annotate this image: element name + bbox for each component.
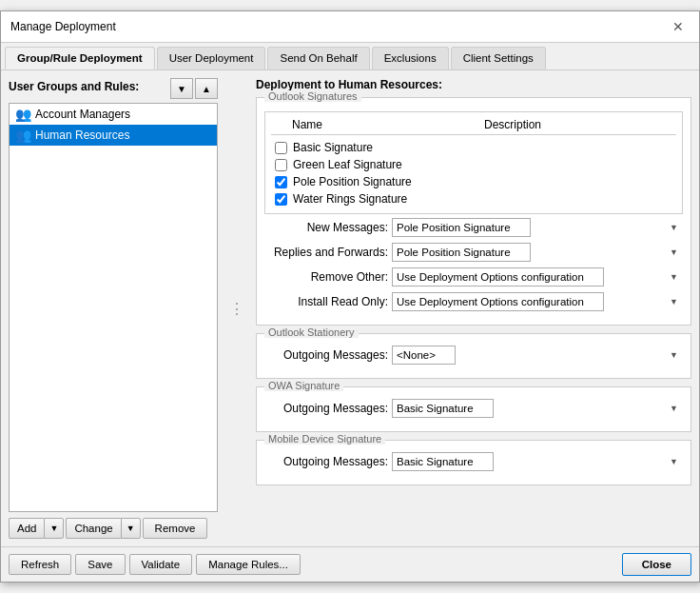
form-row-remove-other: Remove Other: Use Deployment Options con…	[264, 267, 683, 287]
footer-right-buttons: Close	[622, 553, 691, 576]
main-window: Manage Deployment ✕ Group/Rule Deploymen…	[0, 10, 700, 583]
change-button-split: Change ▼	[66, 518, 140, 539]
sig-checkbox-greenleaf[interactable]	[275, 159, 287, 171]
stationery-outgoing-select[interactable]: <None>	[392, 346, 456, 365]
group-item-account-managers[interactable]: 👥 Account Managers	[10, 104, 217, 125]
form-row-new-messages: New Messages: Pole Position Signature	[264, 218, 683, 237]
stationery-outgoing-wrapper: <None>	[392, 346, 683, 365]
replies-forwards-select-wrapper: Pole Position Signature	[392, 243, 683, 262]
form-row-mobile-outgoing: Outgoing Messages: Basic Signature	[264, 452, 683, 471]
outlook-stationery-content: Outgoing Messages: <None>	[257, 334, 690, 378]
new-messages-select-wrapper: Pole Position Signature	[392, 218, 683, 237]
sig-list-container: Name Description Basic Signature Green L…	[264, 111, 683, 214]
change-button[interactable]: Change	[66, 518, 120, 539]
sig-row-greenleaf[interactable]: Green Leaf Signature	[271, 156, 676, 173]
sig-name-basic: Basic Signature	[293, 141, 373, 154]
form-row-install-read-only: Install Read Only: Use Deployment Option…	[264, 292, 683, 311]
sig-name-waterrings: Water Rings Signature	[293, 192, 407, 206]
install-read-only-label: Install Read Only:	[264, 295, 388, 308]
change-arrow-button[interactable]: ▼	[121, 518, 141, 539]
people-icon-hr: 👥	[15, 128, 31, 143]
save-button[interactable]: Save	[75, 554, 125, 575]
sig-row-basic[interactable]: Basic Signature	[271, 139, 676, 156]
right-panel-title: Deployment to Human Resources:	[256, 78, 691, 91]
remove-other-select-wrapper: Use Deployment Options configuration	[392, 267, 683, 287]
mobile-device-signature-section: Mobile Device Signature Outgoing Message…	[256, 440, 691, 485]
outlook-stationery-legend: Outlook Stationery	[264, 326, 359, 338]
sig-col-desc: Description	[484, 118, 676, 131]
replies-forwards-label: Replies and Forwards:	[264, 246, 388, 259]
refresh-button[interactable]: Refresh	[9, 554, 71, 575]
remove-other-select[interactable]: Use Deployment Options configuration	[392, 267, 604, 287]
sig-checkbox-waterrings[interactable]	[275, 193, 287, 206]
owa-outgoing-label: Outgoing Messages:	[264, 402, 388, 415]
group-item-human-resources[interactable]: 👥 Human Resources	[10, 125, 217, 146]
drag-handle: ⋮	[225, 78, 248, 539]
form-row-owa-outgoing: Outgoing Messages: Basic Signature	[264, 399, 683, 418]
window-title: Manage Deployment	[10, 20, 116, 33]
remove-button[interactable]: Remove	[143, 518, 208, 539]
move-down-button[interactable]: ▼	[170, 78, 193, 99]
bottom-buttons: Add ▼ Change ▼ Remove	[9, 518, 218, 539]
sig-header: Name Description	[271, 118, 676, 135]
tab-send-on-behalf[interactable]: Send On Behalf	[267, 47, 369, 69]
sig-row-poleposition[interactable]: Pole Position Signature	[271, 173, 676, 190]
form-row-replies-forwards: Replies and Forwards: Pole Position Sign…	[264, 243, 683, 262]
sig-row-waterrings[interactable]: Water Rings Signature	[271, 190, 676, 208]
group-name-human-resources: Human Resources	[35, 128, 129, 142]
group-list: 👥 Account Managers 👥 Human Resources	[9, 103, 218, 512]
footer: Refresh Save Validate Manage Rules... Cl…	[1, 546, 699, 582]
owa-outgoing-select[interactable]: Basic Signature	[392, 399, 494, 418]
owa-signature-legend: OWA Signature	[264, 380, 343, 391]
title-bar: Manage Deployment ✕	[1, 11, 699, 43]
outlook-signatures-section: Outlook Signatures Name Description Basi…	[256, 97, 691, 326]
sig-name-poleposition: Pole Position Signature	[293, 175, 412, 188]
close-button[interactable]: Close	[622, 553, 691, 576]
new-messages-label: New Messages:	[264, 221, 388, 234]
sig-checkbox-poleposition[interactable]	[275, 176, 287, 188]
tab-client-settings[interactable]: Client Settings	[451, 47, 546, 69]
mobile-outgoing-label: Outgoing Messages:	[264, 455, 388, 468]
sig-checkbox-basic[interactable]	[275, 142, 287, 154]
people-icon: 👥	[15, 107, 31, 122]
tab-group-rule-deployment[interactable]: Group/Rule Deployment	[5, 47, 155, 69]
mobile-outgoing-select[interactable]: Basic Signature	[392, 452, 494, 471]
install-read-only-select-wrapper: Use Deployment Options configuration	[392, 292, 683, 311]
group-name-account-managers: Account Managers	[35, 108, 130, 121]
install-read-only-select[interactable]: Use Deployment Options configuration	[392, 292, 604, 311]
move-up-button[interactable]: ▲	[195, 78, 218, 99]
owa-signature-content: Outgoing Messages: Basic Signature	[257, 387, 690, 431]
sig-name-greenleaf: Green Leaf Signature	[293, 158, 402, 171]
add-button[interactable]: Add	[9, 518, 44, 539]
add-button-split: Add ▼	[9, 518, 64, 539]
mobile-outgoing-wrapper: Basic Signature	[392, 452, 683, 471]
left-panel-title: User Groups and Rules:	[9, 80, 139, 93]
outlook-stationery-section: Outlook Stationery Outgoing Messages: <N…	[256, 333, 691, 379]
outlook-signatures-content: Name Description Basic Signature Green L…	[257, 98, 690, 325]
outlook-signatures-legend: Outlook Signatures	[264, 90, 361, 102]
tab-bar: Group/Rule Deployment User Deployment Se…	[1, 43, 699, 70]
tab-exclusions[interactable]: Exclusions	[372, 47, 449, 69]
right-panel: Deployment to Human Resources: Outlook S…	[256, 78, 691, 539]
new-messages-select[interactable]: Pole Position Signature	[392, 218, 531, 237]
title-close-button[interactable]: ✕	[667, 17, 690, 36]
footer-left-buttons: Refresh Save Validate Manage Rules...	[9, 554, 301, 575]
tab-user-deployment[interactable]: User Deployment	[157, 47, 266, 69]
replies-forwards-select[interactable]: Pole Position Signature	[392, 243, 531, 262]
stationery-outgoing-label: Outgoing Messages:	[264, 348, 388, 362]
owa-signature-section: OWA Signature Outgoing Messages: Basic S…	[256, 386, 691, 432]
form-row-stationery-outgoing: Outgoing Messages: <None>	[264, 346, 683, 365]
manage-rules-button[interactable]: Manage Rules...	[196, 554, 301, 575]
main-content: User Groups and Rules: ▼ ▲ 👥 Account Man…	[1, 70, 699, 546]
mobile-device-content: Outgoing Messages: Basic Signature	[257, 441, 690, 484]
left-panel: User Groups and Rules: ▼ ▲ 👥 Account Man…	[9, 78, 218, 539]
add-arrow-button[interactable]: ▼	[44, 518, 64, 539]
validate-button[interactable]: Validate	[129, 554, 193, 575]
owa-outgoing-wrapper: Basic Signature	[392, 399, 683, 418]
sig-col-name: Name	[271, 118, 484, 131]
remove-other-label: Remove Other:	[264, 270, 388, 284]
mobile-device-legend: Mobile Device Signature	[264, 433, 385, 445]
